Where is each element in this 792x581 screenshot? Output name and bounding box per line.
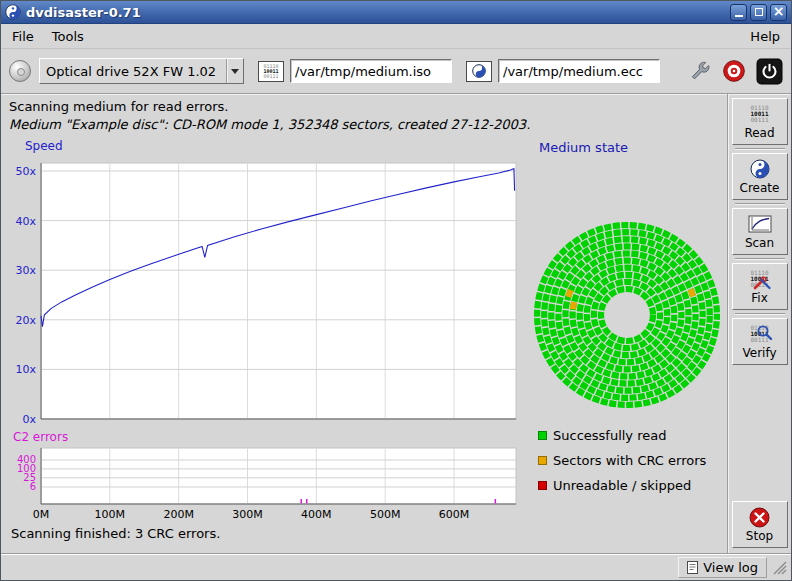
svg-text:200M: 200M	[163, 508, 194, 521]
read-button-label: Read	[744, 126, 774, 140]
create-button[interactable]: Create	[732, 153, 788, 200]
fix-button-label: Fix	[751, 291, 767, 305]
create-button-label: Create	[740, 181, 780, 195]
svg-text:400M: 400M	[301, 508, 332, 521]
minimize-button[interactable]	[730, 4, 747, 21]
sidebar-separator	[735, 148, 785, 150]
medium-description-text: Medium "Example disc": CD-ROM mode 1, 35…	[9, 116, 719, 134]
app-yinyang-icon	[5, 4, 21, 20]
svg-text:500M: 500M	[370, 508, 401, 521]
close-button[interactable]: ×	[770, 4, 787, 21]
drive-select-arrow[interactable]	[226, 59, 243, 83]
svg-text:20x: 20x	[15, 314, 36, 327]
scan-button-label: Scan	[745, 236, 774, 250]
yinyang-create-icon	[750, 158, 770, 180]
view-log-button[interactable]: View log	[678, 557, 767, 578]
menu-tools[interactable]: Tools	[43, 26, 93, 47]
titlebar[interactable]: dvdisaster-0.71 ×	[1, 1, 791, 24]
drive-select-value: Optical drive 52X FW 1.02	[40, 64, 226, 79]
legend-label: Unreadable / skipped	[553, 478, 691, 493]
preferences-wrench-icon[interactable]	[688, 59, 712, 83]
binary-read-icon: 011101001100111	[750, 103, 768, 125]
speed-and-c2-charts: Speed0x10x20x30x40x50xC2 errors400100256…	[1, 136, 531, 526]
close-icon: ×	[773, 4, 785, 18]
legend-item-good: Successfully read	[538, 423, 725, 448]
maximize-icon	[755, 8, 763, 16]
svg-text:600M: 600M	[439, 508, 470, 521]
minimize-icon	[735, 15, 743, 17]
medium-info: Scanning medium for read errors. Medium …	[1, 94, 727, 136]
svg-text:300M: 300M	[232, 508, 263, 521]
menu-help[interactable]: Help	[741, 26, 789, 47]
binary-glyph: 011101001100111	[263, 64, 278, 79]
sidebar-separator	[735, 203, 785, 205]
menubar: File Tools Help	[1, 24, 791, 49]
help-lifebelt-icon[interactable]	[722, 59, 746, 83]
read-button[interactable]: 011101001100111 Read	[732, 98, 788, 145]
legend-label: Sectors with CRC errors	[553, 453, 706, 468]
chart-scan-icon	[748, 213, 772, 235]
window-title: dvdisaster-0.71	[26, 5, 725, 20]
stop-button[interactable]: Stop	[732, 501, 788, 548]
svg-text:0x: 0x	[22, 413, 36, 426]
menu-file[interactable]: File	[3, 26, 43, 47]
main-area: Scanning medium for read errors. Medium …	[1, 94, 791, 554]
stop-button-label: Stop	[746, 529, 773, 543]
drive-disc-icon	[9, 60, 31, 82]
crc-swatch-icon	[538, 456, 547, 465]
ecc-yinyang-icon	[472, 64, 486, 78]
svg-text:6: 6	[30, 481, 36, 492]
medium-state-title: Medium state	[539, 140, 725, 155]
maximize-button[interactable]	[750, 4, 767, 21]
toolbar-right-group	[688, 58, 783, 85]
ecc-file-icon	[466, 61, 492, 82]
content-area: Scanning medium for read errors. Medium …	[1, 94, 727, 554]
svg-text:50x: 50x	[15, 165, 36, 178]
toolbar: Optical drive 52X FW 1.02 01110100110011…	[1, 49, 791, 94]
iso-binary-icon: 011101001100111	[258, 61, 284, 82]
medium-state-panel: Medium state Successfully read Sectors w…	[531, 136, 725, 526]
svg-text:30x: 30x	[15, 264, 36, 277]
magnifier-verify-icon: 011101001100111	[750, 323, 768, 345]
verify-button-label: Verify	[742, 346, 776, 360]
action-sidebar: 011101001100111 Read Create	[727, 94, 791, 554]
legend-item-defect: Unreadable / skipped	[538, 473, 725, 498]
svg-text:Speed: Speed	[25, 139, 63, 153]
view-log-label: View log	[703, 560, 758, 575]
legend-label: Successfully read	[553, 428, 666, 443]
iso-path-input[interactable]	[290, 59, 452, 83]
sidebar-separator	[735, 258, 785, 260]
ecc-path-input[interactable]	[498, 59, 660, 83]
sidebar-separator	[735, 313, 785, 315]
action-status-text: Scanning medium for read errors.	[9, 98, 719, 116]
fix-button[interactable]: 011101001100111 Fix	[732, 263, 788, 310]
scan-button[interactable]: Scan	[732, 208, 788, 255]
app-window: dvdisaster-0.71 × File Tools Help Optica…	[0, 0, 792, 581]
good-swatch-icon	[538, 431, 547, 440]
chevron-down-icon	[231, 69, 239, 74]
medium-state-disc	[531, 219, 723, 411]
quit-power-icon[interactable]	[756, 58, 783, 85]
verify-button[interactable]: 011101001100111 Verify	[732, 318, 788, 365]
svg-text:100M: 100M	[95, 508, 126, 521]
defect-swatch-icon	[538, 481, 547, 490]
tools-fix-icon: 011101001100111	[750, 268, 768, 290]
statusbar: View log	[1, 554, 791, 580]
resize-grip[interactable]	[773, 561, 787, 575]
svg-text:0M: 0M	[33, 508, 50, 521]
stop-cross-icon	[749, 506, 770, 528]
drive-select[interactable]: Optical drive 52X FW 1.02	[39, 58, 244, 84]
legend: Successfully read Sectors with CRC error…	[531, 423, 725, 498]
window-controls: ×	[730, 4, 787, 21]
svg-text:C2 errors: C2 errors	[13, 430, 68, 444]
svg-text:10x: 10x	[15, 363, 36, 376]
scan-result-text: Scanning finished: 3 CRC errors.	[11, 526, 727, 542]
legend-item-crc: Sectors with CRC errors	[538, 448, 725, 473]
log-page-icon	[687, 561, 698, 574]
svg-text:40x: 40x	[15, 215, 36, 228]
chart-row: Speed0x10x20x30x40x50xC2 errors400100256…	[1, 136, 727, 526]
